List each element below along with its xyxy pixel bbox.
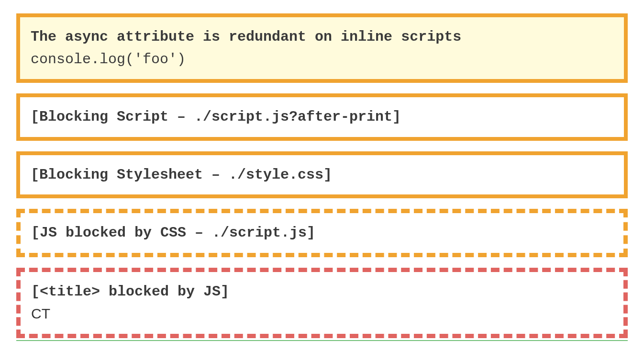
js-blocked-by-css: [JS blocked by CSS – ./script.js] xyxy=(16,209,628,257)
blocking-script-label: [Blocking Script – ./script.js?after-pri… xyxy=(31,106,613,128)
title-blocked-extra: CT xyxy=(31,303,613,325)
title-blocked-label: [<title> blocked by JS] xyxy=(31,281,613,303)
js-blocked-label: [JS blocked by CSS – ./script.js] xyxy=(31,222,613,244)
warning-async-redundant: The async attribute is redundant on inli… xyxy=(16,13,628,83)
blocking-stylesheet: [Blocking Stylesheet – ./style.css] xyxy=(16,151,628,199)
blocking-script: [Blocking Script – ./script.js?after-pri… xyxy=(16,93,628,141)
warning-code-snippet: console.log('foo') xyxy=(31,48,613,71)
warning-title: The async attribute is redundant on inli… xyxy=(31,26,613,48)
title-blocked-by-js: [<title> blocked by JS] CT xyxy=(16,268,628,338)
blocking-stylesheet-label: [Blocking Stylesheet – ./style.css] xyxy=(31,164,613,186)
bottom-divider xyxy=(16,340,628,341)
diagnostics-stack: The async attribute is redundant on inli… xyxy=(16,13,628,338)
